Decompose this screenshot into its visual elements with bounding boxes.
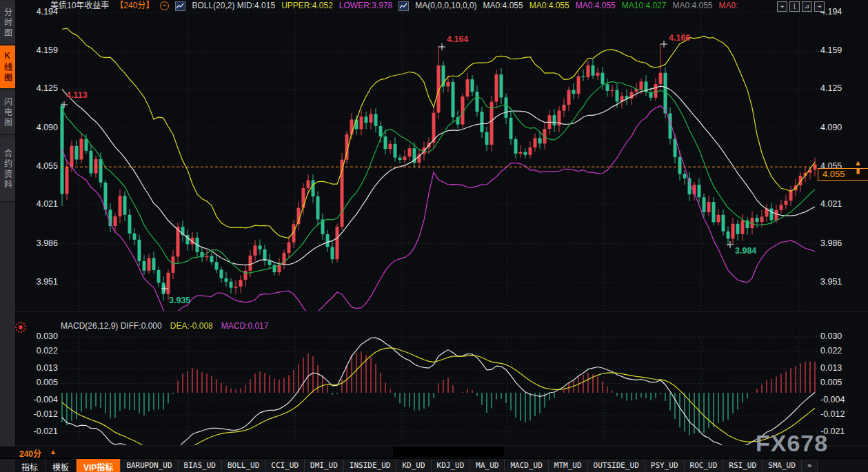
bottom-tab-barupdn_ud[interactable]: BARUPDN_UD [121,459,178,472]
bottom-tab-sma_ud[interactable]: SMA_UD [763,459,802,472]
tabbar-corner [0,459,14,472]
period-label[interactable]: 240分 [19,447,41,459]
bottom-tab-mtm_ud[interactable]: MTM_UD [549,459,588,472]
bottom-tab-rsi_ud[interactable]: RSI_UD [723,459,763,472]
sidebar-tab-0[interactable]: 分时图 [0,1,15,45]
mini-chart-icon [398,1,409,11]
price-annotation: 4.113 [66,90,88,100]
header-segment: BOLL(20,2) MID:4.015 [192,1,275,11]
header-segment: MA(0,0,0,10,0,0) [415,1,476,11]
bottom-tab-dmi_ud[interactable]: DMI_UD [305,459,344,472]
header-segment: MA10:4.027 [622,1,667,11]
scale-x-axis-icon[interactable]: ⊿ [802,1,812,12]
bottom-tab-kd_ud[interactable]: KD_UD [396,459,431,472]
fx678-watermark: FX678 [756,430,828,457]
bottom-tab-outside_ud[interactable]: OUTSIDE_UD [588,459,645,472]
header-segment: MA0: [719,1,738,11]
mini-chart-icon [175,1,185,11]
redaction-box [393,447,504,457]
macd-header: MACD(26,12,9) DIFF:0.000DEA:-0.008MACD:0… [61,321,268,331]
header-segment: UPPER:4.052 [281,1,333,11]
bottom-tab-roc_ud[interactable]: ROC_UD [685,459,724,472]
chart-canvas[interactable] [0,0,868,472]
bottom-tab-macd_ud[interactable]: MACD_UD [505,459,548,472]
header-segment: MA0:4.055 [483,1,523,11]
minus-circle-icon: − [160,1,169,10]
header-segment: LOWER:3.978 [339,1,392,11]
bottom-tab-kdj_ud[interactable]: KDJ_UD [432,459,471,472]
header-segment: MACD(26,12,9) DIFF:0.000 [61,321,162,331]
bottom-tab-inside_ud[interactable]: INSIDE_UD [344,459,397,472]
indicator-header: 美债10年收益率【240分】−BOLL(20,2) MID:4.015UPPER… [50,1,738,11]
header-segment: MA0:4.055 [672,1,712,11]
sidebar-tab-2[interactable]: 闪电图 [0,91,15,135]
bottom-tab-ma_ud[interactable]: MA_UD [470,459,505,472]
bottom-tab-vip[interactable]: VIP指标 [77,459,121,472]
bottom-tab-[interactable]: 模板 [46,459,77,472]
bottom-tab-bias_ud[interactable]: BIAS_UD [179,459,222,472]
price-annotation: 4.166 [669,33,690,43]
header-segment: 美债10年收益率 [50,1,109,11]
bottom-tab-psy_ud[interactable]: PSY_UD [645,459,685,472]
header-segment: MA0:4.055 [529,1,569,11]
left-sidebar: 分时图K线图闪电图合约资料 [0,0,15,447]
period-up-arrow-icon[interactable]: ▲ [50,448,57,455]
header-segment: MA0:4.055 [576,1,616,11]
sidebar-tab-1[interactable]: K线图 [0,45,15,90]
header-segment: DEA:-0.008 [170,321,213,331]
macd-pane-icon[interactable] [15,322,26,333]
pan-right-icon[interactable]: ⇥ [814,1,825,12]
price-marker-icon: ▲▮ [854,159,862,174]
price-annotation: 3.935 [169,296,190,305]
scale-y-axis-icon[interactable]: ⌊ [789,1,800,12]
bottom-tab-[interactable]: 指标 [14,459,46,472]
bottom-tab-cci_ud[interactable]: CCI_UD [265,459,305,472]
header-segment: 【240分】 [115,1,154,11]
crosshair-icon[interactable]: + [777,1,787,12]
bottom-tab-[interactable]: » [802,459,818,472]
sidebar-tab-3[interactable]: 合约资料 [0,138,15,203]
x-axis-row: 240分 ▲ [0,447,868,458]
indicator-tab-bar: 指标模板VIP指标BARUPDN_UDBIAS_UDBOLL_UDCCI_UDD… [0,458,868,472]
price-annotation: 4.164 [447,34,468,44]
price-annotation: 3.984 [735,246,756,256]
chart-toolbar: +⌊⊿⇥ [777,1,825,12]
bottom-tab-boll_ud[interactable]: BOLL_UD [222,459,265,472]
header-segment: MACD:0.017 [221,321,269,331]
